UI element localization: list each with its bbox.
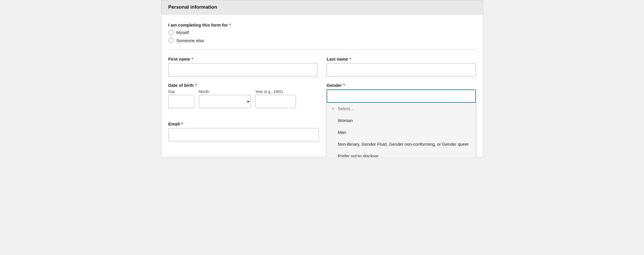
dob-gender-row: Date of birth * Day Month January Februa… [168, 83, 476, 115]
dob-day-wrapper: Day [168, 89, 194, 108]
gender-option-man[interactable]: Man [327, 126, 476, 138]
gender-group: Gender * ✓ Select... Woman [327, 83, 476, 108]
email-input[interactable] [168, 128, 319, 141]
email-required: * [181, 121, 183, 126]
check-icon: ✓ [332, 106, 336, 111]
dob-day-input[interactable] [168, 95, 194, 108]
dob-group: Date of birth * Day Month January Februa… [168, 83, 318, 108]
first-name-required: * [191, 57, 193, 61]
radio-myself[interactable]: Myself [168, 30, 476, 35]
gender-label: Gender * [327, 83, 476, 88]
section-body: I am completing this form for * Myself S… [161, 14, 483, 157]
radio-myself-label: Myself [176, 30, 189, 35]
first-name-label: First name * [168, 57, 318, 61]
form-for-required: * [229, 22, 231, 27]
first-name-input[interactable] [168, 63, 318, 76]
last-name-required: * [349, 57, 351, 61]
last-name-group: Last name * [327, 57, 476, 76]
first-name-group: First name * [168, 57, 318, 76]
dob-inputs: Day Month January February March April M… [168, 89, 318, 108]
gender-trigger[interactable] [327, 89, 476, 103]
form-for-group: I am completing this form for * Myself S… [168, 22, 476, 43]
last-name-input[interactable] [327, 63, 476, 76]
dob-year-label: Year (e.g., 1981) [255, 89, 296, 94]
dob-month-label: Month [199, 89, 251, 94]
form-for-label: I am completing this form for * [168, 22, 476, 27]
radio-myself-input[interactable] [168, 30, 174, 35]
name-row: First name * Last name * [168, 57, 476, 83]
dob-month-wrapper: Month January February March April May J… [199, 89, 251, 108]
gender-option-select[interactable]: ✓ Select... [327, 103, 476, 115]
gender-option-woman[interactable]: Woman [327, 115, 476, 126]
dob-day-label: Day [168, 89, 194, 94]
section-header: Personal information [161, 0, 483, 14]
gender-dropdown: ✓ Select... Woman Man [327, 103, 476, 157]
gender-required: * [343, 83, 345, 88]
divider [168, 49, 476, 50]
form-for-radio-group: Myself Someone else [168, 30, 476, 43]
dob-year-input[interactable] [255, 95, 296, 108]
dob-month-select[interactable]: January February March April May June Ju… [199, 95, 251, 108]
dob-year-wrapper: Year (e.g., 1981) [255, 89, 296, 108]
check-spacer-woman [332, 118, 336, 123]
check-spacer-man [332, 130, 336, 134]
dob-required: * [195, 83, 197, 88]
check-spacer-prefer [332, 154, 336, 157]
radio-someone-else-label: Someone else [176, 38, 204, 43]
section-title: Personal information [168, 4, 217, 10]
gender-option-prefer-not[interactable]: Prefer not to disclose [327, 150, 476, 157]
last-name-label: Last name * [327, 57, 476, 61]
radio-someone-else[interactable]: Someone else [168, 38, 476, 43]
dob-label: Date of birth * [168, 83, 318, 88]
gender-container: ✓ Select... Woman Man [327, 89, 476, 103]
gender-option-nonbinary[interactable]: Non-Binary, Gender Fluid, Gender non-con… [327, 138, 476, 150]
radio-someone-else-input[interactable] [168, 38, 174, 43]
check-spacer-nonbinary [332, 142, 336, 146]
